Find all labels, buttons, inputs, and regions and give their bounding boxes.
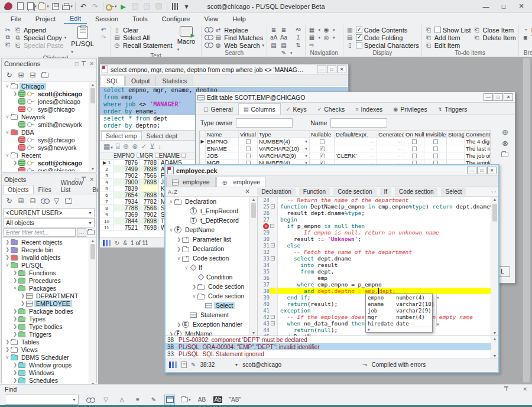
tree-item[interactable]: ❯FMgrName <box>166 329 257 336</box>
column-header[interactable]: Invisible <box>424 131 447 138</box>
type-owner-input[interactable] <box>236 118 293 128</box>
clear-button[interactable]: ▯Clear <box>113 26 173 34</box>
print-button[interactable]: ▾ <box>62 1 73 12</box>
scroll-thumb[interactable] <box>90 88 95 103</box>
scroll-down-icon[interactable]: ▼ <box>250 331 257 335</box>
code-contents-button[interactable]: ▥Code Contents <box>346 26 419 34</box>
cut-button[interactable]: ✂ <box>4 26 12 33</box>
find-matches-button[interactable]: ▤Find Matches <box>214 34 264 41</box>
ellipsis-button[interactable]: … <box>370 146 375 151</box>
chevron-icon[interactable]: ❯ <box>191 284 197 289</box>
tree-item[interactable]: sys@chicago <box>2 136 96 144</box>
fold-icon[interactable]: – <box>271 321 275 325</box>
maximize-button[interactable]: □ <box>477 167 486 174</box>
ellipsis-button[interactable]: … <box>397 139 403 144</box>
column-header[interactable]: On Null <box>404 131 424 138</box>
tree-item[interactable]: ❯Type bodies <box>2 323 96 330</box>
column-header[interactable]: Name <box>206 131 239 138</box>
goto-button[interactable]: ⇨ <box>308 41 321 49</box>
errors-scrollbar[interactable]: ▲▼ <box>491 336 498 359</box>
special-characters-checkbox[interactable] <box>356 42 362 48</box>
breadcrumb-function[interactable]: Function <box>299 188 330 196</box>
chevron-icon[interactable]: ❯ <box>176 322 182 327</box>
column-header[interactable]: Comments <box>465 131 491 138</box>
column-header[interactable]: Generated <box>377 131 404 138</box>
scroll-up-icon[interactable]: ▲ <box>250 197 257 201</box>
chevron-icon[interactable]: ∨ <box>4 83 11 89</box>
on-null-checkbox[interactable] <box>412 146 417 151</box>
tree-item[interactable]: sys@chicago <box>2 167 96 171</box>
tree-item[interactable]: ❯Package bodies <box>2 307 96 315</box>
column-header[interactable]: Nullable <box>310 131 335 138</box>
scroll-down-icon[interactable]: ▼ <box>89 167 96 171</box>
invisible-checkbox[interactable] <box>433 154 438 158</box>
breadcrumb-declaration[interactable]: Declaration <box>257 188 296 196</box>
tree-item[interactable]: ❯Windows <box>2 369 96 376</box>
find-object-button[interactable] <box>40 196 50 206</box>
insert-record-button[interactable]: ⊕ <box>123 142 129 151</box>
special-copy-button[interactable]: ⧉Special Copy▾ <box>14 34 66 41</box>
compile-error-row[interactable]: 38PL/SQL: ORA-00904: "EMP"."DEPT": inval… <box>166 343 498 350</box>
uncomment-block-button[interactable]: ▤ <box>280 41 293 49</box>
window-list-button[interactable]: ▦▾ <box>308 26 321 34</box>
menu-tools[interactable]: Tools <box>126 14 154 24</box>
tab-columns[interactable]: ▤Columns <box>238 103 281 115</box>
tree-item[interactable]: smith@newyork <box>2 121 96 128</box>
chevron-icon[interactable]: ❯ <box>12 160 18 165</box>
chevron-icon[interactable]: ❯ <box>4 239 11 245</box>
tree-item[interactable]: ❯Recent objects <box>2 238 96 246</box>
menu-project[interactable]: Project <box>30 14 61 24</box>
chevron-icon[interactable]: ❯ <box>12 362 18 367</box>
chevron-icon[interactable]: ∨ <box>168 199 174 204</box>
find-mark-button[interactable]: ✎ <box>148 395 159 405</box>
copy-button[interactable]: ⧉ <box>4 34 12 41</box>
append-button[interactable]: ⎗Append <box>14 26 66 34</box>
modify-breakpoint-button[interactable]: ◔Modify <box>521 26 532 34</box>
tree-item[interactable]: ❯Triggers <box>2 330 96 338</box>
undo-button[interactable]: ↶ <box>78 1 89 12</box>
tab-indexes[interactable]: ≡Indexes <box>350 103 388 115</box>
pck-window-titlebar[interactable]: employee.pck —□✕ <box>166 165 498 176</box>
code-contents-checkbox[interactable] <box>356 27 362 33</box>
scroll-down-icon[interactable]: ▼ <box>437 322 439 326</box>
virtual-checkbox[interactable] <box>246 146 251 151</box>
chevron-icon[interactable]: ∨ <box>4 354 11 360</box>
chevron-icon[interactable]: ❯ <box>176 246 182 252</box>
breadcrumb-if[interactable]: If <box>380 188 392 196</box>
tree-item[interactable]: ❯Declaration <box>166 244 257 253</box>
breadcrumb-scroll-icons[interactable]: ‹ › <box>491 189 496 194</box>
sort-button[interactable]: ⇅ <box>294 41 303 49</box>
chevron-icon[interactable]: ❯ <box>12 316 18 321</box>
objects-folder-button[interactable] <box>63 196 73 206</box>
ellipsis-button[interactable]: … <box>397 153 403 158</box>
plsql-beautifier-button[interactable]: PL/SQL ▾ <box>68 26 98 54</box>
menu-edit[interactable]: Edit <box>64 14 87 24</box>
tree-item[interactable]: Select <box>166 301 257 310</box>
edit-item-button[interactable]: ⎗Edit Item <box>424 41 471 49</box>
column-header[interactable]: Storage <box>447 131 465 138</box>
completion-item[interactable]: mgrnumber(4) <box>366 314 436 320</box>
menu-file[interactable]: File <box>5 14 27 24</box>
object-type-combo[interactable]: All objects▼ <box>4 218 95 227</box>
scroll-down-icon[interactable]: ▼ <box>491 354 498 358</box>
find-input[interactable]: ▼ <box>5 395 79 405</box>
collapse-button[interactable]: ⊟ <box>28 196 38 206</box>
tree-item[interactable]: ∨Newyork <box>2 113 96 121</box>
lock-record-button[interactable]: ⌸ <box>116 142 120 151</box>
tree-item[interactable]: ∨If <box>166 263 257 272</box>
nullable-checkbox[interactable] <box>320 139 325 144</box>
result-tab-select-emp[interactable]: Select emp <box>101 131 142 140</box>
tree-item[interactable]: ∨DBA <box>2 128 96 136</box>
virtual-checkbox[interactable] <box>246 154 251 158</box>
chevron-icon[interactable]: ∨ <box>176 256 182 261</box>
tree-item[interactable]: ❯Schedules <box>2 376 96 384</box>
scroll-up-icon[interactable]: ▲ <box>89 239 96 243</box>
maximize-button[interactable]: □ <box>494 93 503 101</box>
indent-button[interactable]: ≣ <box>270 26 278 34</box>
chevron-icon[interactable]: ❯ <box>12 270 18 275</box>
remove-connection-button[interactable]: ⊟ <box>28 70 38 80</box>
edit-selection-button[interactable]: ✎▾ <box>280 49 293 57</box>
chevron-icon[interactable]: ∨ <box>191 294 197 299</box>
find-next-button[interactable]: ▽ <box>100 395 111 405</box>
preferences-button[interactable] <box>170 1 180 12</box>
